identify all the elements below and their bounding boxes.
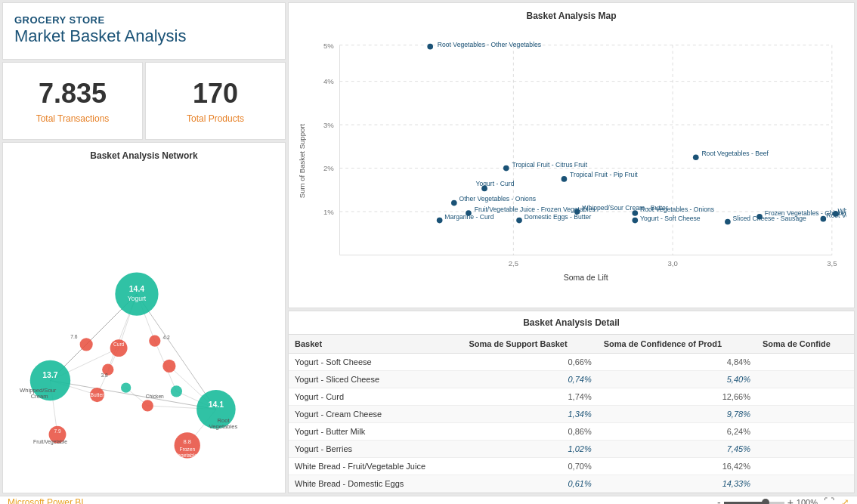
network-graph[interactable]: Curd Butter Chicken 7.6 3.8 [11, 165, 277, 481]
cell-basket: Yogurt - Curd [289, 388, 463, 406]
svg-point-85 [437, 218, 443, 224]
cell-support: 0,61% [463, 475, 597, 493]
svg-text:3,5: 3,5 [827, 259, 837, 267]
cell-confidence: 14,33% [598, 475, 756, 493]
power-bi-link[interactable]: Microsoft Power BI [8, 497, 84, 504]
cell-support: 0,86% [463, 423, 597, 441]
table-title: Basket Analysis Detail [289, 311, 854, 335]
bottom-right: - + 100% ⛶ ⤢ [717, 496, 849, 504]
cell-basket: Yogurt - Sliced Cheese [289, 371, 463, 388]
svg-text:Whipped/Sou: Whipped/Sou [838, 207, 846, 215]
scatter-title: Basket Analysis Map [296, 11, 846, 21]
cell-confidence: 5,40% [598, 371, 756, 388]
col-header-confide2[interactable]: Soma de Confide [756, 335, 854, 354]
svg-text:Fruit/Vegetable: Fruit/Vegetable [33, 438, 67, 444]
svg-text:Curd: Curd [113, 341, 125, 346]
left-panel: Grocery Store Market Basket Analysis 7.8… [2, 2, 286, 493]
svg-point-71 [427, 44, 433, 50]
table-body: Yogurt - Soft Cheese0,66%4,84%Yogurt - S… [289, 354, 854, 493]
zoom-minus[interactable]: - [717, 496, 721, 504]
table-row[interactable]: White Bread - Fruit/Vegetable Juice0,70%… [289, 458, 854, 475]
expand-icon[interactable]: ⤢ [840, 496, 849, 504]
cell-basket: Yogurt - Cream Cheese [289, 406, 463, 423]
svg-text:3%: 3% [323, 121, 334, 129]
svg-text:7.6: 7.6 [70, 334, 78, 339]
cell-confidence2 [756, 423, 854, 441]
svg-point-79 [451, 200, 457, 206]
cell-support: 0,74% [463, 371, 597, 388]
zoom-handle [762, 499, 769, 505]
zoom-slider-fill [724, 502, 763, 504]
cell-confidence2 [756, 406, 854, 423]
svg-text:Domestic Eggs - Butter: Domestic Eggs - Butter [524, 213, 592, 221]
main-container: Grocery Store Market Basket Analysis 7.8… [0, 0, 857, 504]
svg-text:Root Vegetables - Other Vegeta: Root Vegetables - Other Vegetables [438, 41, 541, 48]
col-header-support[interactable]: Soma de Support Basket [463, 335, 597, 354]
svg-text:4%: 4% [323, 77, 334, 85]
col-header-basket[interactable]: Basket [289, 335, 463, 354]
cell-confidence2 [756, 354, 854, 371]
cell-basket: White Bread - Fruit/Vegetable Juice [289, 458, 463, 475]
zoom-slider[interactable] [724, 502, 784, 504]
svg-text:5%: 5% [323, 42, 334, 50]
svg-text:Frozen: Frozen [179, 447, 195, 452]
svg-point-97 [725, 219, 731, 225]
transactions-number: 7.835 [14, 78, 131, 110]
right-panel: Basket Analysis Map [288, 2, 855, 493]
products-label: Total Products [157, 113, 274, 124]
cell-confidence2 [756, 441, 854, 458]
svg-point-75 [562, 176, 568, 182]
network-card: Basket Analysis Network [2, 142, 286, 493]
cell-support: 1,74% [463, 388, 597, 406]
table-row[interactable]: Yogurt - Berries1,02%7,45% [289, 441, 854, 458]
svg-text:3,0: 3,0 [667, 259, 677, 267]
svg-point-23 [142, 400, 153, 411]
svg-point-91 [632, 218, 638, 224]
table-row[interactable]: Yogurt - Cream Cheese1,34%9,78% [289, 406, 854, 423]
title-main: Market Basket Analysis [14, 26, 274, 48]
svg-text:Root Vegetables - Beef: Root Vegetables - Beef [701, 150, 769, 157]
svg-text:Vegetables: Vegetables [175, 452, 200, 458]
table-row[interactable]: Yogurt - Soft Cheese0,66%4,84% [289, 354, 854, 371]
table-row[interactable]: Yogurt - Curd1,74%12,66% [289, 388, 854, 406]
zoom-controls: - + 100% [717, 496, 818, 504]
cell-support: 0,70% [463, 458, 597, 475]
table-row[interactable]: Yogurt - Sliced Cheese0,74%5,40% [289, 371, 854, 388]
svg-text:Butter: Butter [91, 392, 105, 397]
title-subtitle: Grocery Store [14, 14, 274, 26]
table-card: Basket Analysis Detail Basket Soma de Su… [288, 311, 855, 493]
network-title: Basket Analysis Network [11, 150, 277, 161]
scatter-plot[interactable]: 1% 2% 3% 4% 5% Sum of Basket Support 2,5… [296, 25, 846, 297]
svg-point-99 [821, 216, 827, 222]
cell-confidence: 16,42% [598, 458, 756, 475]
svg-text:14.4: 14.4 [129, 285, 145, 293]
svg-point-73 [503, 165, 509, 172]
zoom-plus[interactable]: + [787, 496, 794, 504]
table-row[interactable]: Yogurt - Butter Milk0,86%6,24% [289, 423, 854, 441]
svg-text:7.9: 7.9 [54, 428, 61, 434]
table-row[interactable]: White Bread - Domestic Eggs0,61%14,33% [289, 475, 854, 493]
svg-text:Tropical Fruit - Citrus Fruit: Tropical Fruit - Citrus Fruit [512, 161, 587, 169]
svg-text:8.8: 8.8 [183, 438, 191, 445]
svg-point-89 [632, 210, 638, 216]
content-area: Grocery Store Market Basket Analysis 7.8… [0, 0, 857, 496]
svg-point-87 [516, 218, 522, 224]
svg-text:14.1: 14.1 [209, 400, 224, 408]
stat-card-transactions: 7.835 Total Transactions [2, 62, 143, 140]
svg-text:Yogurt - Soft Cheese: Yogurt - Soft Cheese [640, 215, 701, 222]
svg-point-93 [693, 154, 699, 160]
svg-text:Sliced Cheese - Sausage: Sliced Cheese - Sausage [733, 215, 806, 222]
svg-text:2%: 2% [323, 164, 334, 172]
svg-text:Yogurt: Yogurt [128, 294, 147, 301]
col-header-confidence[interactable]: Soma de Confidence of Prod1 [598, 335, 756, 354]
cell-confidence2 [756, 475, 854, 493]
table-header-row: Basket Soma de Support Basket Soma de Co… [289, 335, 854, 354]
svg-text:Yogurt - Curd: Yogurt - Curd [476, 180, 515, 187]
data-table: Basket Soma de Support Basket Soma de Co… [289, 335, 854, 493]
fullscreen-icon[interactable]: ⛶ [824, 496, 834, 504]
svg-point-29 [149, 335, 160, 346]
svg-text:Margarine - Curd: Margarine - Curd [444, 213, 493, 221]
cell-basket: Yogurt - Butter Milk [289, 423, 463, 441]
cell-confidence2 [756, 388, 854, 406]
svg-text:Tropical Fruit - Pip Fruit: Tropical Fruit - Pip Fruit [570, 171, 638, 178]
